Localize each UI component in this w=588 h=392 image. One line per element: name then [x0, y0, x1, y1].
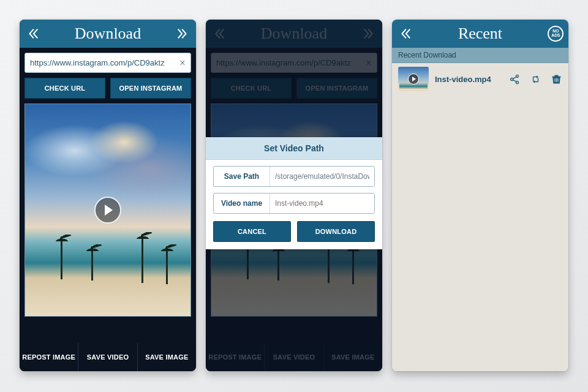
palm-icon — [61, 236, 62, 279]
action-row: CHECK URL OPEN INSTAGRAM — [20, 78, 196, 104]
app-header: Download — [20, 20, 196, 48]
header-title: Recent — [392, 24, 568, 43]
play-icon[interactable] — [94, 197, 121, 224]
header-title: Download — [20, 24, 196, 43]
delete-icon[interactable] — [550, 73, 562, 85]
svg-point-2 — [516, 81, 518, 83]
app-header: Recent NOADS — [392, 20, 568, 48]
item-actions — [508, 73, 562, 85]
url-input-row: × — [24, 53, 191, 73]
no-ads-icon[interactable]: NOADS — [548, 26, 564, 42]
screen-download-dialog: Download × CHECK URL OPEN INSTAGRAM REPO… — [206, 20, 382, 371]
url-input[interactable] — [25, 53, 175, 72]
palm-icon — [166, 246, 168, 284]
save-path-input[interactable] — [270, 167, 374, 186]
video-name-label: Video name — [214, 194, 270, 213]
back-icon[interactable] — [24, 26, 40, 42]
empty-space — [392, 95, 568, 371]
share-icon[interactable] — [508, 73, 521, 85]
download-button[interactable]: DOWNLOAD — [297, 221, 375, 242]
check-url-button[interactable]: CHECK URL — [24, 78, 105, 99]
video-name-input[interactable] — [270, 194, 374, 213]
dialog-title: Set Video Path — [206, 137, 382, 160]
forward-icon[interactable] — [175, 26, 191, 42]
clear-url-icon[interactable]: × — [175, 53, 190, 72]
set-video-path-dialog: Set Video Path Save Path Video name CANC… — [206, 137, 382, 249]
dialog-button-row: CANCEL DOWNLOAD — [206, 214, 382, 249]
screen-recent: Recent NOADS Recent Download Inst-video.… — [392, 20, 568, 371]
back-icon[interactable] — [397, 26, 413, 42]
svg-point-1 — [516, 75, 518, 77]
palm-icon — [91, 246, 93, 281]
save-path-label: Save Path — [214, 167, 270, 186]
screen-download: Download × CHECK URL OPEN INSTAGRAM REPO… — [20, 20, 196, 371]
section-header: Recent Download — [392, 48, 568, 63]
media-preview[interactable] — [24, 104, 191, 317]
save-image-button[interactable]: SAVE IMAGE — [138, 343, 196, 371]
bottom-action-bar: REPOST IMAGE SAVE VIDEO SAVE IMAGE — [20, 343, 196, 371]
recent-item[interactable]: Inst-video.mp4 — [392, 63, 568, 95]
save-video-button[interactable]: SAVE VIDEO — [78, 343, 137, 371]
cancel-button[interactable]: CANCEL — [213, 221, 291, 242]
save-path-field: Save Path — [213, 166, 375, 187]
file-name: Inst-video.mp4 — [435, 75, 502, 84]
repost-image-button[interactable]: REPOST IMAGE — [20, 343, 78, 371]
video-name-field: Video name — [213, 193, 375, 214]
repost-icon[interactable] — [529, 73, 541, 85]
palm-icon — [141, 234, 143, 283]
thumbnail — [398, 67, 429, 91]
open-instagram-button[interactable]: OPEN INSTAGRAM — [110, 78, 191, 99]
play-icon — [408, 74, 419, 85]
